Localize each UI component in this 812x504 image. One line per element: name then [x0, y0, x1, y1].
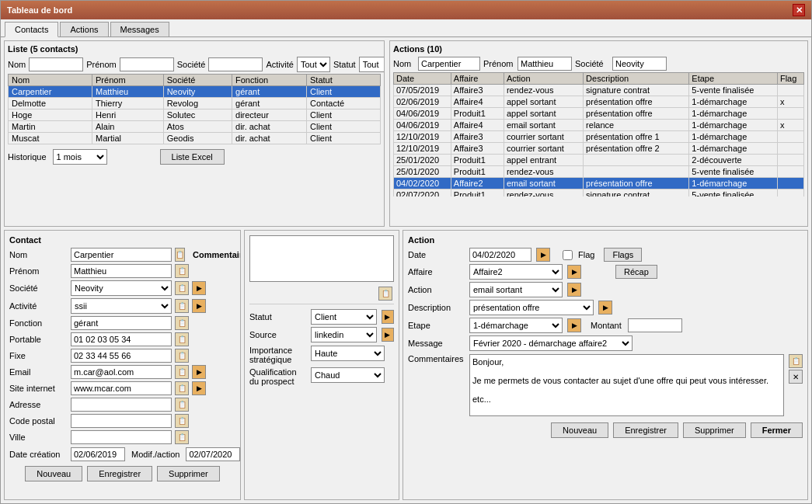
- af-comment-copy-btn[interactable]: 📋: [789, 354, 803, 368]
- af-message-select[interactable]: Février 2020 - démarchage affaire2: [469, 335, 633, 351]
- af-description-select[interactable]: présentation offresignature contratrelan…: [469, 300, 594, 315]
- af-etape-select[interactable]: 1-démarchage2-découverte5-vente finalisé…: [469, 318, 563, 333]
- action-row[interactable]: 04/06/2019Affaire4email sortantrelance1-…: [394, 120, 804, 131]
- action-cell-affaire: Affaire4: [451, 120, 504, 131]
- action-cell-action: rendez-vous: [504, 189, 583, 197]
- action-cell-date: 25/01/2020: [394, 155, 451, 166]
- cf-nom-input[interactable]: [71, 248, 172, 262]
- contact-row[interactable]: HogeHenriSolutecdirecteurClient: [9, 109, 381, 121]
- contact-row[interactable]: MartinAlainAtosdir. achatClient: [9, 121, 381, 133]
- af-affaire-orange-btn[interactable]: ▶: [567, 265, 581, 279]
- cf-ville-copy-btn[interactable]: 📋: [175, 430, 189, 444]
- cf-portable-input[interactable]: [71, 332, 172, 346]
- action-cell-flag: [777, 131, 803, 143]
- cf-activite-orange-btn[interactable]: ▶: [192, 299, 206, 313]
- action-row[interactable]: 04/06/2019Produit1appel sortantprésentat…: [394, 108, 804, 120]
- af-action-orange-btn[interactable]: ▶: [567, 283, 581, 297]
- af-commentaires-textarea[interactable]: Bonjour, Je me permets de vous contacter…: [469, 354, 784, 416]
- cf-ville-input[interactable]: [71, 430, 172, 444]
- cf-adresse-copy-btn[interactable]: 📋: [175, 398, 189, 412]
- contact-enregistrer-btn[interactable]: Enregistrer: [87, 466, 152, 481]
- action-row[interactable]: 25/01/2020Produit1rendez-vous5-vente fin…: [394, 166, 804, 178]
- cf-nom-copy-btn[interactable]: 📋: [175, 248, 185, 262]
- actions-prenom-input[interactable]: [518, 57, 572, 71]
- cf-email-copy-btn[interactable]: 📋: [175, 365, 189, 379]
- statut-filter-select[interactable]: ToutClientContacté: [359, 57, 385, 72]
- historique-select[interactable]: 1 mois3 mois6 mois1 anTout: [53, 149, 107, 165]
- cf-email-input[interactable]: [71, 365, 172, 379]
- source-orange-btn[interactable]: ▶: [382, 328, 394, 342]
- tab-messages[interactable]: Messages: [110, 22, 169, 36]
- cf-portable-copy-btn[interactable]: 📋: [175, 332, 189, 346]
- actions-societe-input[interactable]: [612, 57, 667, 71]
- close-button[interactable]: ✕: [793, 4, 805, 16]
- cf-activite-select[interactable]: ssii: [71, 298, 172, 314]
- action-row[interactable]: 12/10/2019Affaire3courrier sortantprésen…: [394, 143, 804, 155]
- af-flag-checkbox[interactable]: [563, 250, 573, 260]
- action-row[interactable]: 04/02/2020Affaire2email sortantprésentat…: [394, 178, 804, 189]
- importance-select[interactable]: HauteMoyenneFaible: [311, 346, 385, 361]
- cf-fixe-copy-btn[interactable]: 📋: [175, 349, 189, 363]
- cf-adresse-input[interactable]: [71, 398, 172, 412]
- contact-row[interactable]: MuscatMartialGeodisdir. achatClient: [9, 133, 381, 144]
- contact-cell-statut: Client: [307, 133, 381, 144]
- qualification-select[interactable]: ChaudTièdeFroid: [311, 367, 385, 383]
- cf-email-orange-btn[interactable]: ▶: [192, 365, 206, 379]
- statut-select[interactable]: ClientContactéProspect: [311, 309, 377, 325]
- cf-activite-copy-btn[interactable]: 📋: [175, 299, 189, 313]
- af-montant-input[interactable]: [628, 318, 682, 332]
- action-row[interactable]: 02/07/2020Produit1rendez-voussignature c…: [394, 189, 804, 197]
- af-affaire-select[interactable]: Affaire2Affaire3Affaire4Produit1: [469, 264, 563, 280]
- action-fermer-btn[interactable]: Fermer: [751, 422, 803, 438]
- actions-nom-input[interactable]: [418, 57, 480, 71]
- cf-modifaction-input[interactable]: [186, 447, 240, 461]
- action-row[interactable]: 12/10/2019Affaire3courrier sortantprésen…: [394, 131, 804, 143]
- contact-row[interactable]: DelmotteThierryRevologgérantContacté: [9, 98, 381, 109]
- contact-commentaires-area[interactable]: [249, 235, 394, 282]
- cf-site-copy-btn[interactable]: 📋: [175, 381, 189, 395]
- source-select[interactable]: linkedinautre: [311, 327, 377, 342]
- cf-site-orange-btn[interactable]: ▶: [192, 381, 206, 395]
- tab-actions[interactable]: Actions: [60, 22, 108, 36]
- action-row[interactable]: 02/06/2019Affaire4appel sortantprésentat…: [394, 96, 804, 108]
- cf-fixe-input[interactable]: [71, 349, 172, 363]
- af-description-orange-btn[interactable]: ▶: [598, 301, 612, 315]
- action-row[interactable]: 25/01/2020Produit1appel entrant2-découve…: [394, 155, 804, 166]
- contact-nouveau-btn[interactable]: Nouveau: [25, 466, 82, 481]
- af-date-input[interactable]: [469, 248, 531, 262]
- cf-datecreation-input[interactable]: [71, 447, 125, 461]
- societe-filter-input[interactable]: [208, 57, 263, 71]
- af-comment-clear-btn[interactable]: ✕: [789, 370, 803, 384]
- action-enregistrer-btn[interactable]: Enregistrer: [613, 422, 678, 438]
- cf-societe-orange-btn[interactable]: ▶: [192, 281, 206, 295]
- action-nouveau-btn[interactable]: Nouveau: [551, 422, 608, 438]
- window-title: Tableau de bord: [7, 5, 72, 15]
- af-date-orange-btn[interactable]: ▶: [536, 248, 550, 262]
- contact-row[interactable]: CarpentierMatthieuNeovitygérantClient: [9, 86, 381, 98]
- actions-nom-label: Nom: [393, 59, 415, 68]
- af-etape-orange-btn[interactable]: ▶: [567, 318, 581, 332]
- af-action-select[interactable]: email sortantappel sortantrendez-vouscou…: [469, 282, 563, 297]
- cf-societe-select[interactable]: Neovity: [71, 280, 172, 296]
- af-recap-button[interactable]: Récap: [615, 265, 657, 279]
- action-row[interactable]: 07/05/2019Affaire3rendez-voussignature c…: [394, 85, 804, 96]
- cf-site-input[interactable]: [71, 381, 172, 395]
- cf-fonction-copy-btn[interactable]: 📋: [175, 316, 189, 330]
- af-flags-button[interactable]: Flags: [604, 248, 642, 262]
- liste-excel-button[interactable]: Liste Excel: [160, 149, 225, 165]
- cf-prenom-input[interactable]: [71, 264, 172, 278]
- activite-filter-select[interactable]: Toutssii: [297, 57, 330, 72]
- cf-societe-copy-btn[interactable]: 📋: [175, 281, 189, 295]
- prenom-filter-input[interactable]: [120, 57, 174, 71]
- cf-cp-input[interactable]: [71, 414, 172, 428]
- cf-prenom-copy-btn[interactable]: 📋: [175, 264, 189, 278]
- contact-supprimer-btn[interactable]: Supprimer: [157, 466, 220, 481]
- cf-fonction-input[interactable]: [71, 316, 172, 330]
- cf-cp-copy-btn[interactable]: 📋: [175, 414, 189, 428]
- action-supprimer-btn[interactable]: Supprimer: [683, 422, 746, 438]
- action-cell-flag: [777, 155, 803, 166]
- statut-orange-btn[interactable]: ▶: [382, 310, 394, 324]
- commentaires-copy-btn[interactable]: 📋: [378, 287, 392, 301]
- nom-filter-input[interactable]: [29, 57, 83, 71]
- tab-contacts[interactable]: Contacts: [5, 22, 58, 37]
